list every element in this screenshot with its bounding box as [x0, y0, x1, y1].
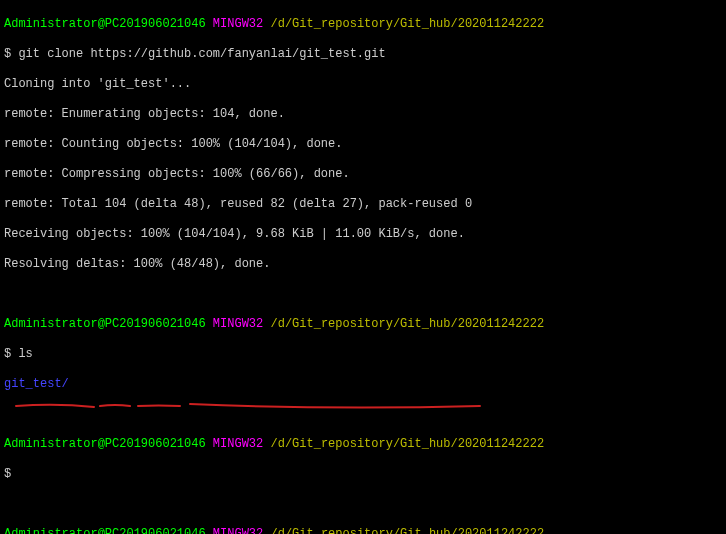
- terminal[interactable]: Administrator@PC201906021046 MINGW32 /d/…: [0, 0, 726, 534]
- prompt-line: Administrator@PC201906021046 MINGW32 /d/…: [4, 527, 722, 534]
- output-line: remote: Enumerating objects: 104, done.: [4, 107, 722, 122]
- cmd-git-clone: git clone https://github.com/fanyanlai/g…: [18, 47, 385, 61]
- blank-line: [4, 497, 722, 512]
- command-line: $ ls: [4, 347, 722, 362]
- output-line: remote: Counting objects: 100% (104/104)…: [4, 137, 722, 152]
- output-line: remote: Total 104 (delta 48), reused 82 …: [4, 197, 722, 212]
- prompt-line: Administrator@PC201906021046 MINGW32 /d/…: [4, 317, 722, 332]
- cmd-ls: ls: [18, 347, 32, 361]
- ls-output: git_test/: [4, 377, 722, 392]
- empty-command: $: [4, 467, 722, 482]
- output-line: Cloning into 'git_test'...: [4, 77, 722, 92]
- output-line: Receiving objects: 100% (104/104), 9.68 …: [4, 227, 722, 242]
- user-host: Administrator@PC201906021046: [4, 17, 206, 31]
- blank-line: [4, 287, 722, 302]
- cwd: /d/Git_repository/Git_hub/202011242222: [270, 17, 544, 31]
- output-line: Resolving deltas: 100% (48/48), done.: [4, 257, 722, 272]
- prompt-line: Administrator@PC201906021046 MINGW32 /d/…: [4, 17, 722, 32]
- blank-line: [4, 407, 722, 422]
- output-line: remote: Compressing objects: 100% (66/66…: [4, 167, 722, 182]
- command-line: $ git clone https://github.com/fanyanlai…: [4, 47, 722, 62]
- shell-label: MINGW32: [213, 17, 263, 31]
- prompt-line: Administrator@PC201906021046 MINGW32 /d/…: [4, 437, 722, 452]
